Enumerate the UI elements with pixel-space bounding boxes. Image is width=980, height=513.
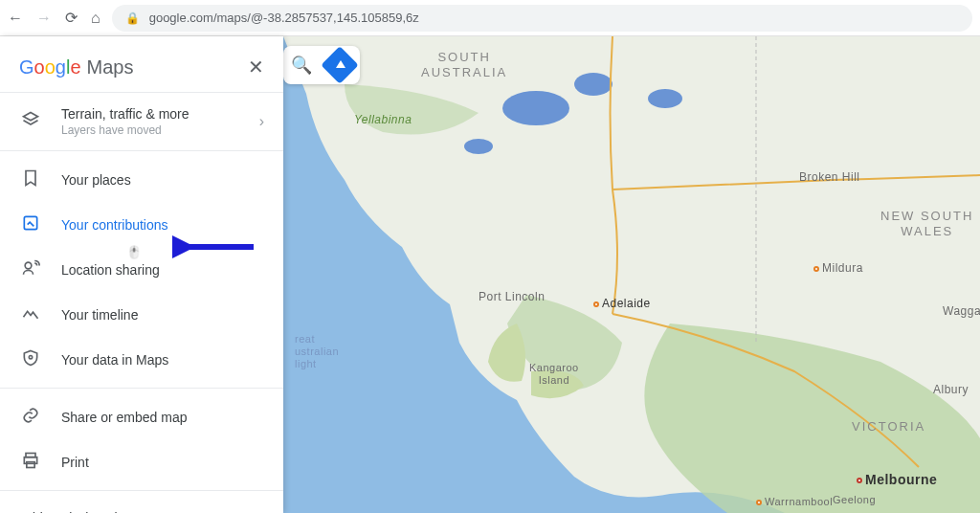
label-wagga: Wagga: [943, 304, 980, 318]
label-melbourne: Melbourne: [857, 472, 937, 488]
menu-label: Your data in Maps: [61, 352, 168, 368]
label-south-australia: SOUTH AUSTRALIA: [421, 50, 507, 79]
label-broken-hill: Broken Hill: [799, 170, 860, 184]
layers-title: Terrain, traffic & more: [61, 106, 240, 122]
label-albury: Albury: [933, 383, 969, 396]
side-panel: Google Maps ✕ Terrain, traffic & more La…: [0, 36, 283, 513]
menu-label: Share or embed map: [61, 410, 188, 425]
menu-label: Print: [61, 455, 89, 470]
search-icon: 🔍: [291, 55, 312, 76]
url-bar[interactable]: 🔒 google.com/maps/@-38.2857537,145.10585…: [112, 5, 972, 32]
svg-point-2: [574, 73, 612, 96]
link-icon: [19, 406, 42, 428]
label-warrnambool: Warrnambool: [756, 496, 833, 508]
menu-share[interactable]: Share or embed map: [0, 394, 283, 439]
timeline-icon: [19, 303, 42, 325]
menu-label: Your places: [61, 172, 131, 188]
svg-point-3: [648, 89, 682, 108]
layers-icon: [19, 110, 42, 133]
google-maps-logo: Google Maps: [19, 56, 133, 78]
label-adelaide: Adelaide: [593, 297, 651, 310]
svg-point-1: [502, 91, 569, 125]
directions-icon[interactable]: [321, 46, 359, 84]
reload-icon[interactable]: ⟳: [65, 9, 78, 27]
bookmark-icon: [19, 168, 42, 190]
menu-print[interactable]: Print: [0, 439, 283, 484]
menu-your-timeline[interactable]: Your timeline: [0, 292, 283, 337]
lock-icon: 🔒: [125, 11, 140, 25]
svg-point-7: [25, 262, 32, 269]
menu-your-places[interactable]: Your places: [0, 157, 283, 202]
svg-point-8: [29, 356, 32, 359]
label-nsw: NEW SOUTH WALES: [880, 209, 973, 238]
label-port-lincoln: Port Lincoln: [479, 290, 545, 303]
layers-subtitle: Layers have moved: [61, 123, 240, 137]
menu-label: Location sharing: [61, 262, 160, 278]
close-icon[interactable]: ✕: [248, 56, 264, 78]
menu-location-sharing[interactable]: Location sharing: [0, 247, 283, 292]
label-kangaroo: Kangaroo Island: [529, 362, 579, 387]
add-missing-place[interactable]: Add a missing place: [19, 504, 264, 513]
shield-icon: [19, 348, 42, 370]
label-mildura: Mildura: [813, 261, 863, 275]
menu-your-contributions[interactable]: Your contributions: [0, 202, 283, 247]
menu-your-data[interactable]: Your data in Maps: [0, 337, 283, 382]
forward-icon[interactable]: →: [36, 10, 52, 27]
url-text: google.com/maps/@-38.2857537,145.105859,…: [149, 11, 419, 25]
layers-row[interactable]: Terrain, traffic & more Layers have move…: [0, 93, 283, 150]
label-geelong: Geelong: [833, 494, 876, 506]
location-sharing-icon: [19, 258, 42, 280]
label-yellabinna: Yellabinna: [354, 113, 412, 126]
menu-label: Your timeline: [61, 307, 138, 323]
contributions-icon: [19, 213, 42, 235]
home-icon[interactable]: ⌂: [91, 10, 100, 27]
search-bar-peek[interactable]: 🔍: [283, 46, 360, 84]
print-icon: [19, 451, 42, 473]
back-icon[interactable]: ←: [8, 10, 23, 27]
menu-label: Your contributions: [61, 217, 168, 233]
chevron-right-icon: ›: [259, 113, 264, 130]
label-bight: reat ustralian light: [295, 333, 339, 371]
label-victoria: VICTORIA: [852, 419, 925, 435]
svg-point-4: [464, 139, 493, 154]
